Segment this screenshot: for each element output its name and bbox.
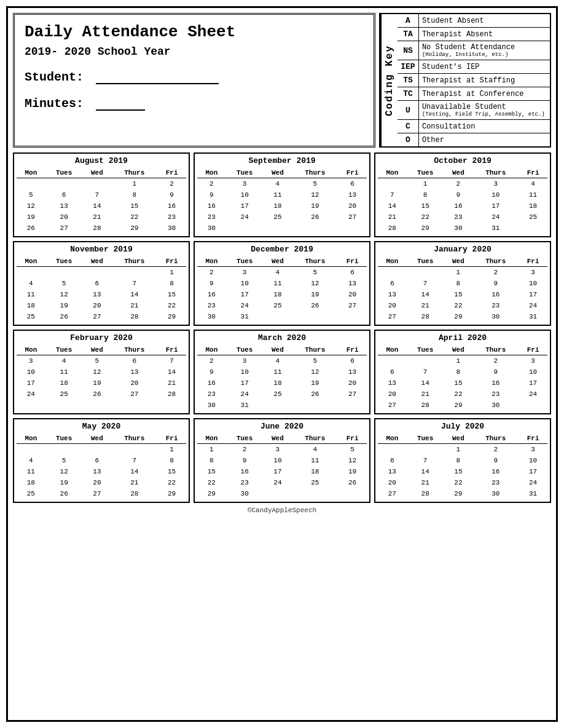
calendar-day-cell[interactable]: 20 xyxy=(111,378,157,389)
calendar-day-cell[interactable] xyxy=(378,178,407,190)
calendar-day-cell[interactable]: 11 xyxy=(17,466,45,477)
calendar-day-cell[interactable]: 24 xyxy=(226,300,264,311)
calendar-day-cell[interactable]: 19 xyxy=(338,466,367,477)
calendar-day-cell[interactable]: 12 xyxy=(338,455,367,466)
calendar-day-cell[interactable]: 7 xyxy=(83,189,112,200)
calendar-day-cell[interactable]: 23 xyxy=(197,212,226,223)
calendar-day-cell[interactable]: 18 xyxy=(17,300,45,311)
calendar-day-cell[interactable]: 5 xyxy=(292,267,338,279)
calendar-day-cell[interactable]: 16 xyxy=(226,466,264,477)
calendar-day-cell[interactable]: 27 xyxy=(378,311,407,322)
calendar-day-cell[interactable]: 16 xyxy=(197,289,226,300)
calendar-day-cell[interactable]: 18 xyxy=(17,477,45,488)
calendar-day-cell[interactable]: 27 xyxy=(83,311,112,322)
calendar-day-cell[interactable]: 28 xyxy=(407,400,444,411)
calendar-day-cell[interactable]: 8 xyxy=(197,455,226,466)
calendar-day-cell[interactable]: 23 xyxy=(157,212,186,223)
calendar-day-cell[interactable]: 1 xyxy=(444,444,473,456)
calendar-day-cell[interactable]: 21 xyxy=(157,378,186,389)
calendar-day-cell[interactable]: 31 xyxy=(519,311,547,322)
calendar-day-cell[interactable] xyxy=(378,267,407,279)
calendar-day-cell[interactable]: 24 xyxy=(17,389,45,400)
calendar-day-cell[interactable]: 17 xyxy=(226,289,264,300)
calendar-day-cell[interactable]: 20 xyxy=(338,378,367,389)
calendar-day-cell[interactable]: 1 xyxy=(197,444,226,456)
calendar-day-cell[interactable]: 5 xyxy=(45,455,83,466)
calendar-day-cell[interactable]: 8 xyxy=(157,278,186,289)
calendar-day-cell[interactable]: 7 xyxy=(111,278,157,289)
calendar-day-cell[interactable]: 15 xyxy=(111,200,157,212)
calendar-day-cell[interactable]: 4 xyxy=(292,444,338,456)
calendar-day-cell[interactable]: 27 xyxy=(338,389,367,400)
calendar-day-cell[interactable]: 15 xyxy=(444,466,473,477)
calendar-day-cell[interactable]: 11 xyxy=(264,278,292,289)
calendar-day-cell[interactable] xyxy=(83,178,112,190)
calendar-day-cell[interactable]: 3 xyxy=(264,444,292,456)
calendar-day-cell[interactable]: 24 xyxy=(519,477,547,488)
calendar-day-cell[interactable]: 29 xyxy=(111,223,157,234)
calendar-day-cell[interactable]: 23 xyxy=(226,477,264,488)
calendar-day-cell[interactable]: 10 xyxy=(226,278,264,289)
calendar-day-cell[interactable]: 28 xyxy=(157,389,186,400)
calendar-day-cell[interactable]: 18 xyxy=(45,378,83,389)
calendar-day-cell[interactable]: 8 xyxy=(444,366,473,378)
calendar-day-cell[interactable]: 26 xyxy=(83,389,112,400)
calendar-day-cell[interactable]: 9 xyxy=(226,455,264,466)
calendar-day-cell[interactable]: 25 xyxy=(264,300,292,311)
calendar-day-cell[interactable]: 10 xyxy=(519,366,547,378)
calendar-day-cell[interactable]: 2 xyxy=(472,355,519,367)
calendar-day-cell[interactable]: 26 xyxy=(338,477,367,488)
calendar-day-cell[interactable]: 20 xyxy=(338,289,367,300)
calendar-day-cell[interactable]: 28 xyxy=(111,488,157,499)
calendar-day-cell[interactable]: 19 xyxy=(83,378,112,389)
calendar-day-cell[interactable] xyxy=(111,267,157,279)
calendar-day-cell[interactable]: 29 xyxy=(444,400,473,411)
calendar-day-cell[interactable]: 5 xyxy=(45,278,83,289)
calendar-day-cell[interactable]: 27 xyxy=(378,400,407,411)
calendar-day-cell[interactable]: 13 xyxy=(111,366,157,378)
calendar-day-cell[interactable] xyxy=(226,223,264,234)
calendar-day-cell[interactable]: 29 xyxy=(157,488,186,499)
calendar-day-cell[interactable]: 6 xyxy=(83,455,112,466)
calendar-day-cell[interactable]: 3 xyxy=(17,355,45,367)
calendar-day-cell[interactable]: 17 xyxy=(472,200,519,212)
calendar-day-cell[interactable]: 10 xyxy=(17,366,45,378)
calendar-day-cell[interactable]: 9 xyxy=(472,278,519,289)
calendar-day-cell[interactable] xyxy=(17,178,45,190)
calendar-day-cell[interactable]: 21 xyxy=(407,300,444,311)
calendar-day-cell[interactable]: 13 xyxy=(378,289,407,300)
calendar-day-cell[interactable]: 4 xyxy=(264,267,292,279)
calendar-day-cell[interactable] xyxy=(264,488,292,499)
calendar-day-cell[interactable]: 30 xyxy=(226,488,264,499)
calendar-day-cell[interactable] xyxy=(157,400,186,403)
calendar-day-cell[interactable]: 5 xyxy=(292,355,338,367)
calendar-day-cell[interactable]: 10 xyxy=(472,189,519,200)
calendar-day-cell[interactable]: 31 xyxy=(519,488,547,499)
calendar-day-cell[interactable]: 16 xyxy=(472,466,519,477)
calendar-day-cell[interactable]: 9 xyxy=(197,278,226,289)
calendar-day-cell[interactable]: 18 xyxy=(264,289,292,300)
calendar-day-cell[interactable]: 14 xyxy=(407,378,444,389)
calendar-day-cell[interactable]: 8 xyxy=(407,189,444,200)
calendar-day-cell[interactable]: 20 xyxy=(83,300,112,311)
calendar-day-cell[interactable]: 22 xyxy=(407,212,444,223)
calendar-day-cell[interactable]: 30 xyxy=(197,223,226,234)
calendar-day-cell[interactable] xyxy=(338,488,367,499)
calendar-day-cell[interactable]: 26 xyxy=(45,311,83,322)
calendar-day-cell[interactable]: 11 xyxy=(519,189,547,200)
calendar-day-cell[interactable]: 6 xyxy=(45,189,83,200)
calendar-day-cell[interactable]: 27 xyxy=(338,300,367,311)
calendar-day-cell[interactable]: 13 xyxy=(338,189,367,200)
calendar-day-cell[interactable]: 15 xyxy=(157,289,186,300)
calendar-day-cell[interactable]: 17 xyxy=(226,378,264,389)
calendar-day-cell[interactable]: 9 xyxy=(197,366,226,378)
calendar-day-cell[interactable]: 24 xyxy=(226,212,264,223)
calendar-day-cell[interactable] xyxy=(407,444,444,456)
calendar-day-cell[interactable]: 13 xyxy=(83,289,112,300)
calendar-day-cell[interactable] xyxy=(519,223,547,234)
calendar-day-cell[interactable]: 5 xyxy=(83,355,112,367)
calendar-day-cell[interactable]: 29 xyxy=(197,488,226,499)
calendar-day-cell[interactable]: 12 xyxy=(292,189,338,200)
calendar-day-cell[interactable] xyxy=(292,488,338,499)
calendar-day-cell[interactable]: 7 xyxy=(407,366,444,378)
